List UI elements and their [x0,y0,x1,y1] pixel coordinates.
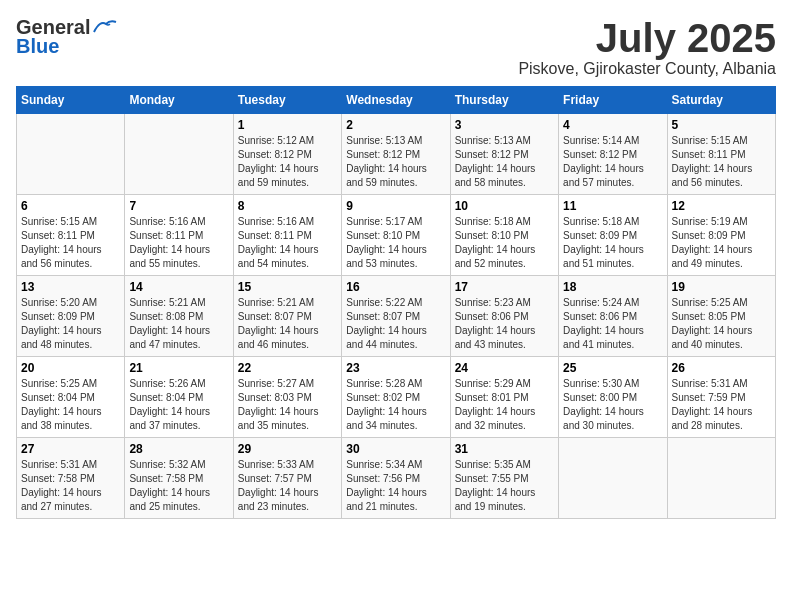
calendar-cell [559,438,667,519]
day-number: 28 [129,442,228,456]
day-number: 20 [21,361,120,375]
day-number: 2 [346,118,445,132]
day-info: Sunrise: 5:16 AMSunset: 8:11 PMDaylight:… [238,215,337,271]
day-number: 5 [672,118,771,132]
calendar-cell: 13Sunrise: 5:20 AMSunset: 8:09 PMDayligh… [17,276,125,357]
calendar-cell: 23Sunrise: 5:28 AMSunset: 8:02 PMDayligh… [342,357,450,438]
day-number: 18 [563,280,662,294]
calendar-cell: 11Sunrise: 5:18 AMSunset: 8:09 PMDayligh… [559,195,667,276]
day-info: Sunrise: 5:25 AMSunset: 8:04 PMDaylight:… [21,377,120,433]
day-number: 21 [129,361,228,375]
calendar-cell: 5Sunrise: 5:15 AMSunset: 8:11 PMDaylight… [667,114,775,195]
calendar-cell: 4Sunrise: 5:14 AMSunset: 8:12 PMDaylight… [559,114,667,195]
col-monday: Monday [125,87,233,114]
day-info: Sunrise: 5:17 AMSunset: 8:10 PMDaylight:… [346,215,445,271]
calendar-cell: 27Sunrise: 5:31 AMSunset: 7:58 PMDayligh… [17,438,125,519]
logo-blue: Blue [16,35,59,58]
calendar-cell: 25Sunrise: 5:30 AMSunset: 8:00 PMDayligh… [559,357,667,438]
day-number: 1 [238,118,337,132]
calendar-cell: 1Sunrise: 5:12 AMSunset: 8:12 PMDaylight… [233,114,341,195]
calendar-cell: 28Sunrise: 5:32 AMSunset: 7:58 PMDayligh… [125,438,233,519]
day-info: Sunrise: 5:16 AMSunset: 8:11 PMDaylight:… [129,215,228,271]
day-info: Sunrise: 5:21 AMSunset: 8:07 PMDaylight:… [238,296,337,352]
location-title: Piskove, Gjirokaster County, Albania [518,60,776,78]
calendar-table: Sunday Monday Tuesday Wednesday Thursday… [16,86,776,519]
day-info: Sunrise: 5:24 AMSunset: 8:06 PMDaylight:… [563,296,662,352]
day-number: 22 [238,361,337,375]
calendar-cell: 29Sunrise: 5:33 AMSunset: 7:57 PMDayligh… [233,438,341,519]
calendar-cell: 22Sunrise: 5:27 AMSunset: 8:03 PMDayligh… [233,357,341,438]
calendar-cell [125,114,233,195]
calendar-cell: 10Sunrise: 5:18 AMSunset: 8:10 PMDayligh… [450,195,558,276]
title-section: July 2025 Piskove, Gjirokaster County, A… [518,16,776,78]
calendar-cell: 14Sunrise: 5:21 AMSunset: 8:08 PMDayligh… [125,276,233,357]
calendar-week-row: 20Sunrise: 5:25 AMSunset: 8:04 PMDayligh… [17,357,776,438]
calendar-cell: 26Sunrise: 5:31 AMSunset: 7:59 PMDayligh… [667,357,775,438]
calendar-cell [667,438,775,519]
day-number: 26 [672,361,771,375]
day-number: 15 [238,280,337,294]
calendar-cell: 24Sunrise: 5:29 AMSunset: 8:01 PMDayligh… [450,357,558,438]
day-number: 8 [238,199,337,213]
calendar-week-row: 1Sunrise: 5:12 AMSunset: 8:12 PMDaylight… [17,114,776,195]
day-info: Sunrise: 5:13 AMSunset: 8:12 PMDaylight:… [455,134,554,190]
day-number: 17 [455,280,554,294]
day-number: 30 [346,442,445,456]
day-number: 6 [21,199,120,213]
calendar-cell: 19Sunrise: 5:25 AMSunset: 8:05 PMDayligh… [667,276,775,357]
day-info: Sunrise: 5:30 AMSunset: 8:00 PMDaylight:… [563,377,662,433]
day-info: Sunrise: 5:21 AMSunset: 8:08 PMDaylight:… [129,296,228,352]
col-tuesday: Tuesday [233,87,341,114]
day-info: Sunrise: 5:18 AMSunset: 8:10 PMDaylight:… [455,215,554,271]
day-number: 25 [563,361,662,375]
day-info: Sunrise: 5:12 AMSunset: 8:12 PMDaylight:… [238,134,337,190]
calendar-cell: 12Sunrise: 5:19 AMSunset: 8:09 PMDayligh… [667,195,775,276]
col-thursday: Thursday [450,87,558,114]
day-number: 7 [129,199,228,213]
day-info: Sunrise: 5:15 AMSunset: 8:11 PMDaylight:… [672,134,771,190]
day-info: Sunrise: 5:26 AMSunset: 8:04 PMDaylight:… [129,377,228,433]
calendar-cell: 2Sunrise: 5:13 AMSunset: 8:12 PMDaylight… [342,114,450,195]
col-wednesday: Wednesday [342,87,450,114]
day-info: Sunrise: 5:15 AMSunset: 8:11 PMDaylight:… [21,215,120,271]
day-number: 12 [672,199,771,213]
page-header: General Blue July 2025 Piskove, Gjirokas… [16,16,776,78]
day-info: Sunrise: 5:35 AMSunset: 7:55 PMDaylight:… [455,458,554,514]
day-info: Sunrise: 5:19 AMSunset: 8:09 PMDaylight:… [672,215,771,271]
calendar-cell: 7Sunrise: 5:16 AMSunset: 8:11 PMDaylight… [125,195,233,276]
day-number: 31 [455,442,554,456]
day-number: 24 [455,361,554,375]
day-info: Sunrise: 5:33 AMSunset: 7:57 PMDaylight:… [238,458,337,514]
calendar-cell: 18Sunrise: 5:24 AMSunset: 8:06 PMDayligh… [559,276,667,357]
calendar-cell: 15Sunrise: 5:21 AMSunset: 8:07 PMDayligh… [233,276,341,357]
calendar-cell [17,114,125,195]
day-info: Sunrise: 5:25 AMSunset: 8:05 PMDaylight:… [672,296,771,352]
day-number: 19 [672,280,771,294]
day-info: Sunrise: 5:31 AMSunset: 7:59 PMDaylight:… [672,377,771,433]
calendar-cell: 8Sunrise: 5:16 AMSunset: 8:11 PMDaylight… [233,195,341,276]
calendar-cell: 31Sunrise: 5:35 AMSunset: 7:55 PMDayligh… [450,438,558,519]
day-info: Sunrise: 5:18 AMSunset: 8:09 PMDaylight:… [563,215,662,271]
day-number: 23 [346,361,445,375]
day-number: 13 [21,280,120,294]
day-info: Sunrise: 5:22 AMSunset: 8:07 PMDaylight:… [346,296,445,352]
logo: General Blue [16,16,118,58]
calendar-cell: 3Sunrise: 5:13 AMSunset: 8:12 PMDaylight… [450,114,558,195]
day-info: Sunrise: 5:28 AMSunset: 8:02 PMDaylight:… [346,377,445,433]
calendar-cell: 21Sunrise: 5:26 AMSunset: 8:04 PMDayligh… [125,357,233,438]
day-number: 4 [563,118,662,132]
day-number: 3 [455,118,554,132]
col-friday: Friday [559,87,667,114]
day-info: Sunrise: 5:23 AMSunset: 8:06 PMDaylight:… [455,296,554,352]
day-number: 10 [455,199,554,213]
col-sunday: Sunday [17,87,125,114]
month-title: July 2025 [518,16,776,60]
calendar-header-row: Sunday Monday Tuesday Wednesday Thursday… [17,87,776,114]
day-number: 16 [346,280,445,294]
day-number: 29 [238,442,337,456]
day-info: Sunrise: 5:29 AMSunset: 8:01 PMDaylight:… [455,377,554,433]
day-info: Sunrise: 5:13 AMSunset: 8:12 PMDaylight:… [346,134,445,190]
calendar-week-row: 27Sunrise: 5:31 AMSunset: 7:58 PMDayligh… [17,438,776,519]
calendar-cell: 9Sunrise: 5:17 AMSunset: 8:10 PMDaylight… [342,195,450,276]
day-info: Sunrise: 5:27 AMSunset: 8:03 PMDaylight:… [238,377,337,433]
